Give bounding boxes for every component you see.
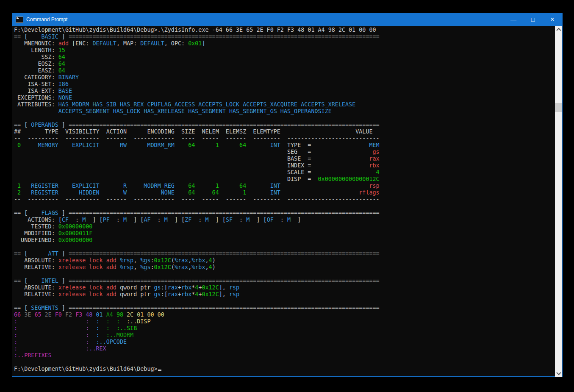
terminal-line: ## TYPE VISIBILITY ACTION ENCODING SIZE … [14,128,555,135]
prompt-cursor [158,370,161,371]
terminal-line: : : :..OPCODE [14,339,555,345]
maximize-button[interactable]: □ [523,13,543,26]
terminal-line: : : : : : :..DISP [14,318,555,325]
terminal-line: : : : : :..SIB [14,325,555,332]
terminal-line [14,271,555,278]
cmd-icon[interactable] [16,17,23,23]
close-icon: × [550,16,554,23]
terminal-line: == [ FLAGS ] ===========================… [14,210,555,217]
terminal-line [14,359,555,366]
terminal-line: : :..REX [14,345,555,352]
terminal-line: RELATIVE: xrelease lock add %rsp, %gs:0x… [14,264,555,271]
terminal-line [14,298,555,305]
terminal-line: == [ BASIC ] ===========================… [14,33,555,40]
terminal-line: 0 MEMORY EXPLICIT RW MODRM_RM 64 1 64 IN… [14,142,555,149]
terminal-line: ABSOLUTE: xrelease lock add %rsp, %gs:0x… [14,257,555,264]
chevron-up-icon [556,28,561,32]
terminal-line: ATTRIBUTES: HAS_MODRM HAS_SIB HAS_REX CP… [14,101,555,108]
terminal-line: :..PREFIXES [14,352,555,359]
chevron-down-icon [556,370,561,375]
terminal-line: DISP = 0x000000000000012C [14,176,555,183]
terminal-line: LENGTH: 15 [14,47,555,54]
scrollbar[interactable] [555,26,562,377]
terminal-line: SCALE = 4 [14,169,555,176]
window-controls: — □ × [504,13,562,26]
window-title: Command Prompt [26,17,67,22]
terminal-line: RELATIVE: xrelease lock add qword ptr gs… [14,291,555,298]
terminal-line: -- --------- ---------- ------ ---------… [14,196,555,203]
terminal-line: EASZ: 64 [14,67,555,74]
terminal-line: ABSOLUTE: xrelease lock add qword ptr gs… [14,284,555,291]
terminal-line [14,244,555,250]
terminal-line: == [ SEGMENTS ] ========================… [14,305,555,311]
terminal-line: == [ INTEL ] ===========================… [14,278,555,284]
terminal-line: -- --------- ---------- ------ ---------… [14,135,555,142]
cmd-window: Command Prompt — □ × F:\Development\GitH… [12,13,563,377]
terminal-line: MODIFIED: 0x0000011F [14,230,555,237]
terminal[interactable]: F:\Development\GitHub\zydis\Build64\Debu… [12,26,562,377]
terminal-line: == [ ATT ] =============================… [14,250,555,257]
maximize-icon: □ [531,16,535,23]
terminal-line: 1 REGISTER EXPLICIT R MODRM_REG 64 1 64 … [14,183,555,189]
scrollbar-thumb[interactable] [555,103,562,112]
terminal-line: 2 REGISTER HIDDEN W NONE 64 64 1 INT rfl… [14,189,555,196]
terminal-line: == [ OPERANDS ] ========================… [14,122,555,128]
close-button[interactable]: × [543,13,562,26]
scrollbar-up-arrow[interactable] [555,26,562,33]
terminal-line [14,203,555,210]
terminal-line: F:\Development\GitHub\zydis\Build64\Debu… [14,27,555,33]
terminal-line: F:\Development\GitHub\zydis\Build64\Debu… [14,366,555,373]
terminal-line: EXCEPTIONS: NONE [14,95,555,101]
terminal-line: CATEGORY: BINARY [14,74,555,81]
terminal-line: ACTIONS: [CF : M ] [PF : M ] [AF : M ] [… [14,217,555,223]
terminal-line: 66 3E 65 2E F0 F2 F3 48 01 A4 98 2C 01 0… [14,311,555,318]
minimize-icon: — [510,16,516,23]
window-titlebar[interactable]: Command Prompt — □ × [12,13,562,26]
terminal-line: : : : :..MODRM [14,332,555,339]
terminal-line: ISA-EXT: BASE [14,88,555,95]
terminal-line: SEG = gs [14,149,555,156]
terminal-line: SSZ: 64 [14,54,555,61]
terminal-line: TESTED: 0x00000000 [14,223,555,230]
minimize-button[interactable]: — [504,13,523,26]
terminal-line: BASE = rax [14,156,555,162]
terminal-line: MNEMONIC: add [ENC: DEFAULT, MAP: DEFAUL… [14,40,555,47]
terminal-line: ACCEPTS_SEGMENT HAS_LOCK HAS_XRELEASE HA… [14,108,555,115]
terminal-line: ISA-SET: I86 [14,81,555,88]
terminal-output: F:\Development\GitHub\zydis\Build64\Debu… [12,26,555,377]
terminal-line: INDEX = rbx [14,162,555,169]
terminal-line: EOSZ: 64 [14,61,555,67]
terminal-line: UNDEFINED: 0x00000000 [14,237,555,244]
scrollbar-down-arrow[interactable] [555,370,562,377]
terminal-line [14,115,555,122]
